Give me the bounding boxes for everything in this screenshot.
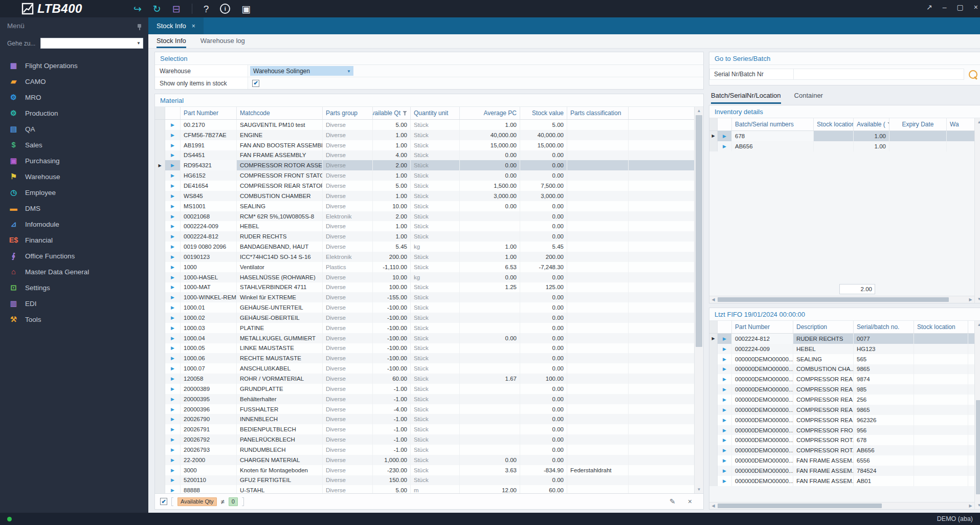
scroll-right-icon[interactable]: ▶ [967,504,974,508]
table-row[interactable]: ▶ 1000.06 RECHTE MAUSTASTE Diverse -100.… [155,353,694,363]
scrollbar-thumb[interactable] [718,504,882,508]
table-row[interactable]: ▶ 5200110 GFU2 FERTIGTEIL Diverse 150.00… [155,475,694,486]
expand-row-icon[interactable]: ▶ [165,181,181,191]
scroll-left-icon[interactable]: ◀ [709,297,717,302]
table-row[interactable]: ▶ 1000.04 METALLKUGEL GUMMIERT Diverse -… [155,333,694,343]
expand-row-icon[interactable]: ▶ [165,455,181,465]
table-row[interactable]: ▶ 120058 ROHR / VORMATERIAL Diverse 60.0… [155,374,694,384]
maximize-icon[interactable]: ▢ [957,4,964,11]
expand-row-icon[interactable]: ▶ [718,344,732,354]
tab-close-icon[interactable]: × [192,23,195,30]
expand-row-icon[interactable]: ▶ [165,465,181,475]
expand-row-icon[interactable]: ▶ [718,425,732,435]
expand-row-icon[interactable]: ▶ [165,252,181,262]
sidebar-item-settings[interactable]: ⊡ Settings [0,280,148,296]
expand-row-icon[interactable]: ▶ [165,394,181,404]
sidebar-item-purchasing[interactable]: ▣ Purchasing [0,153,148,169]
scrollbar-thumb[interactable] [718,297,949,302]
expand-row-icon[interactable]: ▶ [718,354,732,364]
filter-value-tag[interactable]: 0 [229,497,238,506]
table-row[interactable]: ▶ RD954321 COMPRESSOR ROTOR ASSEMBY Dive… [155,160,694,170]
table-row[interactable]: ▶ DE41654 COMPRESSOR REAR STATOR Diverse… [155,181,694,191]
column-parts-classification[interactable]: Parts classification [567,107,629,119]
table-row[interactable]: ▶ 3000 Knoten für Montageboden Diverse -… [155,465,694,475]
table-row[interactable]: ▶ 88888 U-STAHL Diverse 5.00 m 12.00 [155,485,694,493]
expand-row-icon[interactable]: ▶ [165,170,181,181]
table-row[interactable]: ▶ 22-2000 CHARGEN MATERIAL Diverse 1,000… [155,455,694,465]
column-stock-location[interactable]: Stock location [914,321,968,333]
column-serial-batch[interactable]: Serial/batch no. [854,321,914,333]
scrollbar-thumb[interactable] [696,115,702,347]
sidebar-item-mro[interactable]: ⚙ MRO [0,90,148,105]
expand-row-icon[interactable]: ▶ [718,466,732,476]
expand-row-icon[interactable]: ▶ [165,414,181,424]
scroll-up-icon[interactable]: ▲ [975,118,980,126]
expand-row-icon[interactable]: ▶ [165,272,181,282]
expand-row-icon[interactable]: ▶ [165,150,181,161]
table-row[interactable]: ▶ 0019 0080 2096 BANDAGENBAND, HAUT Dive… [155,242,694,252]
table-row[interactable]: ▶ 20026793 RUNDUMBLECH Diverse -1.00 Stü… [155,445,694,455]
table-row[interactable]: ▶ AB1991 FAN AND BOOSTER ASSEMBLY Divers… [155,140,694,150]
table-row[interactable]: ▶ 00021068 RCM* 62R 5%,10W0805S-8 Elektr… [155,211,694,222]
sidebar-item-edi[interactable]: ▥ EDI [0,296,148,312]
table-row[interactable]: ▶ 20000389 GRUNDPLATTE Diverse -1.00 Stü… [155,384,694,394]
export-icon[interactable]: ↪ [133,4,142,14]
expand-row-icon[interactable]: ▶ [165,140,181,150]
scroll-down-icon[interactable]: ▼ [975,295,980,303]
expand-row-icon[interactable]: ▶ [718,415,732,425]
filter-operator[interactable]: ≠ [221,498,225,506]
table-row[interactable]: ▶ 0002224-812 RUDER RECHTS Diverse 1.00 … [155,231,694,242]
table-row[interactable]: ▶ 000000DEMO00000... COMPRESSOR REA... 2… [709,395,974,405]
serial-batch-input[interactable] [794,69,964,80]
table-row[interactable]: ▶ WS845 COMBUSTION CHAMBER Diverse 1.00 … [155,191,694,201]
table-row[interactable]: ▶ MS1001 SEALING Diverse 10.00 Stück 0.0… [155,201,694,211]
table-row[interactable]: ▶ 000000DEMO00000... SEALING 565 [709,354,974,364]
table-row[interactable]: ▶ 1000-MAT STAHLVERBINDER 4711 Diverse 1… [155,282,694,293]
table-row[interactable]: ▶ 000000DEMO00000... COMPRESSOR REA... 9… [709,384,974,395]
scroll-up-icon[interactable]: ▲ [695,107,703,115]
table-row[interactable]: ▶ 0002224-812 RUDER RECHTS 0077 [709,334,974,344]
clear-filter-icon[interactable]: × [688,497,692,506]
table-row[interactable]: ▶ 1000.07 ANSCHLUßKABEL Diverse -100.00 … [155,363,694,374]
sidebar-item-employee[interactable]: ◷ Employee [0,185,148,201]
column-average-pc[interactable]: Average PC [460,107,520,119]
expand-row-icon[interactable]: ▶ [165,434,181,445]
expand-row-icon[interactable]: ▶ [165,282,181,293]
expand-row-icon[interactable]: ▶ [165,475,181,486]
expand-row-icon[interactable]: ▶ [165,130,181,140]
table-row[interactable]: ▶ 20026790 INNENBLECH Diverse -1.00 Stüc… [155,414,694,424]
column-part-number[interactable]: Part Number [181,107,237,119]
expand-row-icon[interactable]: ▶ [718,141,732,151]
expand-row-icon[interactable]: ▶ [165,313,181,323]
scroll-up-icon[interactable]: ▲ [975,321,980,329]
column-description[interactable]: Description [793,321,854,333]
inventory-vertical-scrollbar[interactable]: ▲ ▼ [974,118,980,303]
column-available[interactable]: Available ( [854,118,889,130]
print-icon[interactable]: ⊟ [172,4,181,14]
table-row[interactable]: ▶ 1000.02 GEHÄUSE-OBERTEIL Diverse -100.… [155,313,694,323]
table-row[interactable]: ▶ 000000DEMO00000... COMBUSTION CHA... 9… [709,364,974,375]
sidebar-item-office-functions[interactable]: ∮ Office Functions [0,248,148,264]
fifo-vertical-scrollbar[interactable]: ▲ ▼ [974,321,980,509]
scroll-left-icon[interactable]: ◀ [709,504,717,508]
column-batch-serial[interactable]: Batch/Serial numbers [732,118,814,130]
expand-row-icon[interactable]: ▶ [165,221,181,231]
edit-filter-icon[interactable]: ✎ [670,497,676,506]
table-row[interactable]: ▶ 000000DEMO00000... COMPRESSOR FRO... 9… [709,425,974,435]
table-row[interactable]: ▶ 20000395 Behälterhalter Diverse -1.00 … [155,394,694,404]
inventory-horizontal-scrollbar[interactable]: ◀ ▶ [709,296,974,303]
fifo-horizontal-scrollbar[interactable]: ◀ ▶ [709,502,974,509]
table-row[interactable]: ▶ 000000DEMO00000... COMPRESSOR ROT... 6… [709,435,974,445]
table-row[interactable]: ▶ 1000-HASEL HASELNÜSSE (ROHWARE) Divers… [155,272,694,282]
filter-field-tag[interactable]: Available Qty [177,497,217,506]
expand-row-icon[interactable]: ▶ [165,343,181,354]
expand-row-icon[interactable]: ▶ [718,395,732,405]
column-part-number[interactable]: Part Number [732,321,793,333]
sidebar-item-tools[interactable]: ⚒ Tools [0,312,148,327]
table-row[interactable]: ▶ 0002224-009 HEBEL HG123 [709,344,974,354]
table-row[interactable]: ▶ CFM56-7B27AE ENGINE Diverse 1.00 Stück… [155,130,694,140]
expand-row-icon[interactable]: ▶ [165,302,181,313]
help-icon[interactable]: ? [204,4,209,14]
filter-enabled-checkbox[interactable]: ✔ [160,498,167,505]
expand-row-icon[interactable]: ▶ [165,231,181,242]
